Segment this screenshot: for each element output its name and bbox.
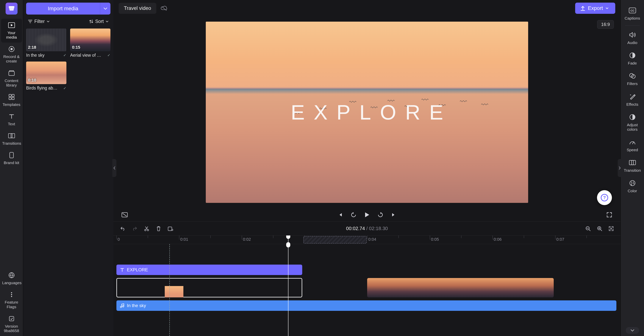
text-icon xyxy=(120,268,124,272)
redo-button[interactable] xyxy=(130,225,139,233)
nav-languages[interactable]: Languages xyxy=(1,269,22,288)
nav-transitions[interactable]: Transitions xyxy=(1,129,22,149)
zoom-out-button[interactable] xyxy=(584,225,592,233)
text-icon xyxy=(8,112,16,120)
cloud-sync-icon[interactable] xyxy=(161,5,168,11)
chevron-down-icon xyxy=(47,20,50,22)
media-icon xyxy=(8,21,16,29)
svg-rect-13 xyxy=(10,152,14,158)
nav-templates[interactable]: Templates xyxy=(1,90,22,110)
fullscreen-button[interactable] xyxy=(605,210,614,219)
split-button[interactable] xyxy=(142,225,151,233)
media-thumbnail[interactable]: 0:15 xyxy=(70,28,110,51)
svg-rect-25 xyxy=(168,227,172,231)
prop-audio[interactable]: Audio xyxy=(622,28,643,48)
sort-button[interactable]: Sort xyxy=(87,17,110,25)
prop-effects[interactable]: Effects xyxy=(622,89,643,110)
prop-color[interactable]: Color xyxy=(622,176,643,197)
prop-speed[interactable]: Speed xyxy=(622,135,643,155)
nav-text[interactable]: Text xyxy=(1,110,22,129)
seek-cursor xyxy=(170,244,170,336)
right-rail-more[interactable] xyxy=(626,327,639,334)
help-button[interactable]: ? xyxy=(597,190,612,205)
add-clip-button[interactable] xyxy=(166,225,174,233)
timecode-display: 00:02.74 / 02:18.30 xyxy=(346,226,388,231)
collapse-right-rail[interactable] xyxy=(618,159,622,177)
media-thumbnail[interactable]: 2:18 xyxy=(26,28,66,51)
import-media-button[interactable]: Import media xyxy=(26,2,100,14)
library-icon xyxy=(8,69,16,77)
effects-icon xyxy=(628,92,636,101)
play-button[interactable] xyxy=(362,210,372,219)
video-clip-birds[interactable] xyxy=(116,278,302,297)
nav-record-create[interactable]: Record & create xyxy=(1,42,22,66)
skip-forward-button[interactable] xyxy=(389,210,398,219)
timeline-tracks[interactable]: EXPLORE In the sky xyxy=(114,244,620,336)
captions-icon: CC xyxy=(628,6,636,14)
preview-overlay-text: EXPLORE xyxy=(282,100,452,124)
media-thumbnail[interactable]: 0:10 xyxy=(26,61,66,84)
playhead-ruler-marker[interactable] xyxy=(288,236,288,244)
flags-icon xyxy=(8,291,16,299)
svg-point-40 xyxy=(633,183,634,184)
svg-rect-11 xyxy=(8,133,12,138)
fade-icon xyxy=(628,51,636,59)
filters-icon xyxy=(628,72,636,80)
video-clip-aerial[interactable] xyxy=(367,278,554,297)
video-preview[interactable]: 〰〰 〰〰 〰〰 〰〰 〰〰 EXPLORE xyxy=(206,22,528,203)
skip-back-button[interactable] xyxy=(336,210,344,219)
languages-icon xyxy=(8,271,16,279)
forward-button[interactable] xyxy=(376,210,385,219)
transition-icon xyxy=(628,158,636,167)
upload-icon xyxy=(580,5,585,11)
right-properties-rail: CC Captions Audio Fade Filters Effects A… xyxy=(620,0,644,336)
delete-button[interactable] xyxy=(154,225,163,233)
prop-adjust-colors[interactable]: Adjust colors xyxy=(622,110,643,135)
chevron-down-icon xyxy=(106,20,108,22)
zoom-in-button[interactable] xyxy=(596,225,604,233)
nav-brand-kit[interactable]: Brand kit xyxy=(1,149,22,168)
rewind-button[interactable] xyxy=(349,210,358,219)
undo-button[interactable] xyxy=(119,225,127,233)
playhead[interactable] xyxy=(288,244,288,336)
media-name: In the sky xyxy=(26,53,44,58)
import-media-dropdown[interactable] xyxy=(100,2,110,14)
svg-point-5 xyxy=(10,48,13,50)
aspect-ratio-chip[interactable]: 16:9 xyxy=(597,20,614,29)
app-logo[interactable] xyxy=(6,2,18,14)
templates-icon xyxy=(8,93,16,101)
media-name: Aerial view of … xyxy=(70,53,101,58)
sort-icon xyxy=(89,19,93,23)
chevron-down-icon xyxy=(606,7,608,9)
prop-captions[interactable]: CC Captions xyxy=(622,3,643,24)
prop-fade[interactable]: Fade xyxy=(622,48,643,69)
ruler-drop-indicator xyxy=(303,236,367,244)
filter-button[interactable]: Filter xyxy=(26,17,52,25)
prop-filters[interactable]: Filters xyxy=(622,69,643,89)
version-icon xyxy=(8,315,16,323)
media-item[interactable]: 0:15 Aerial view of …✓ xyxy=(70,28,110,58)
svg-rect-18 xyxy=(9,317,14,321)
text-clip[interactable]: EXPLORE xyxy=(116,265,302,275)
audio-clip[interactable]: In the sky xyxy=(116,300,616,311)
nav-feature-flags[interactable]: Feature Flags xyxy=(1,288,22,312)
zoom-fit-button[interactable] xyxy=(607,225,615,233)
hide-preview-button[interactable] xyxy=(120,210,129,219)
audio-icon xyxy=(628,31,636,39)
svg-point-38 xyxy=(631,182,632,183)
project-title[interactable]: Travel video xyxy=(119,3,156,14)
nav-version[interactable]: Version 9ba8658 xyxy=(1,312,22,336)
svg-rect-9 xyxy=(9,97,11,100)
export-button[interactable]: Export xyxy=(575,2,615,14)
nav-content-library[interactable]: Content library xyxy=(1,66,22,90)
nav-your-media[interactable]: Your media xyxy=(1,19,22,42)
media-item[interactable]: 0:10 Birds flying ab…✓ xyxy=(26,61,66,91)
prop-transition[interactable]: Transition xyxy=(622,155,643,176)
media-name: Birds flying ab… xyxy=(26,86,57,91)
transitions-icon xyxy=(8,132,16,140)
timeline[interactable]: 0 0:01 0:02 0:03 0:04 0:05 0:06 0:07 EXP… xyxy=(114,235,620,336)
media-item[interactable]: 2:18 In the sky✓ xyxy=(26,28,66,58)
top-bar: Travel video Export xyxy=(114,0,620,16)
svg-point-17 xyxy=(11,296,12,297)
timeline-ruler[interactable]: 0 0:01 0:02 0:03 0:04 0:05 0:06 0:07 xyxy=(114,236,620,244)
